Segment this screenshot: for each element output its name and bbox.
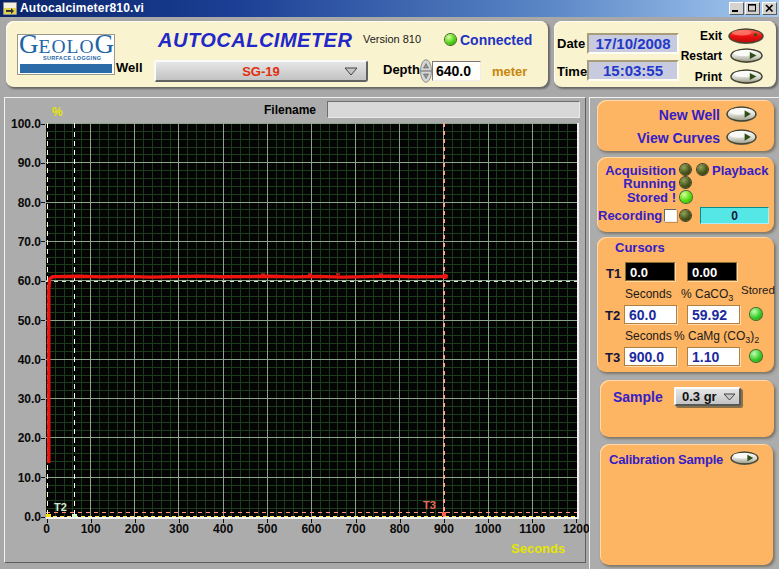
svg-text:T3: T3 [423,499,436,511]
svg-text:T2: T2 [54,501,67,513]
